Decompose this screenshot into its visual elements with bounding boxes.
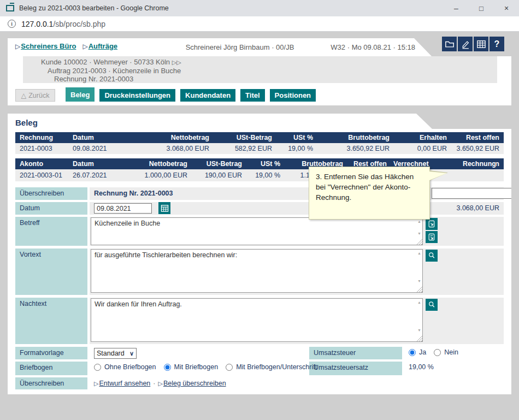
chevron-down-icon: ∨ [126, 350, 134, 357]
field-label: Umsatzsteuer [309, 347, 402, 359]
scroll-up-icon[interactable]: ▲ [417, 251, 421, 255]
ueberschreiben-dropdown[interactable]: ∨ [432, 188, 519, 199]
akonto-table-header: Akonto Datum Nettobetrag USt-Betrag USt … [15, 158, 504, 169]
tab-kundendaten[interactable]: Kundendaten [180, 89, 235, 102]
vortext-textarea-wrap: für ausgeführte Tischlerarbeiten berechn… [91, 249, 423, 293]
scroll-up-icon[interactable]: ▲ [417, 220, 421, 223]
nachtext-textarea[interactable]: Wir danken für Ihren Auftrag. [91, 298, 423, 342]
nav-link-auftraege[interactable]: Aufträge [89, 42, 117, 50]
calendar-icon[interactable] [158, 202, 170, 214]
window-title: Beleg zu 2021-0003 bearbeiten - Google C… [19, 4, 169, 12]
field-label: Datum [15, 202, 87, 215]
link-triangle-icon: ▷ [94, 380, 98, 387]
company-name: Schreinerei Jörg Birnbaum · 00/JB [150, 43, 330, 51]
back-triangle-icon: △ [21, 91, 27, 99]
datum-input[interactable] [94, 203, 152, 214]
ueberschreiben-value: Rechnung Nr. 2021-0003 [94, 190, 173, 197]
field-label: Briefbogen [15, 362, 87, 375]
field-control: ▷Entwurf ansehen·▷Beleg überschreiben [90, 377, 504, 389]
tab-bar: Beleg Druckeinstellungen Kundendaten Tit… [66, 87, 316, 102]
umsatzsteuer-radios: Ja Nein [404, 347, 504, 359]
breadcrumb: Kunde 100002 · Wehmeyer · 50733 Köln ▷▷ … [23, 56, 497, 83]
field-control: Standard ∨ [90, 347, 305, 359]
breadcrumb-line-auftrag: Auftrag 2021-0003 · Küchenzeile in Buche [23, 67, 497, 75]
window-controls: – □ × [444, 0, 519, 16]
field-label: Überschreiben [15, 187, 87, 200]
beleg-ueberschreiben-link[interactable]: Beleg überschreiben [163, 380, 226, 387]
close-button[interactable]: × [494, 0, 519, 16]
formatvorlage-select[interactable]: Standard ∨ [94, 348, 137, 359]
header-panel: ▷Schreiners Büro▷Aufträge Schreinerei Jö… [8, 38, 511, 105]
umsatzsteuer-ja-radio[interactable] [409, 349, 416, 356]
textblock-save-icon[interactable] [426, 231, 438, 243]
search-textblock-icon[interactable] [426, 250, 438, 262]
field-label: Betreff [15, 217, 87, 246]
url-bar[interactable]: i 127.0.0.1/sb/proc/sb.php [0, 16, 519, 32]
app-favicon-window-icon [6, 5, 14, 11]
browser-window: { "window": { "title": "Beleg zu 2021-00… [0, 0, 519, 420]
page-background: ▷Schreiners Büro▷Aufträge Schreinerei Jö… [0, 32, 519, 420]
window-titlebar: Beleg zu 2021-0003 bearbeiten - Google C… [0, 0, 519, 16]
url-path: /sb/proc/sb.php [53, 20, 105, 28]
invoice-table-row: 2021-0003 09.08.2021 3.068,00 EUR 582,92… [15, 143, 504, 154]
netto-summe: 3.068,00 EUR [456, 204, 499, 212]
scroll-up-icon[interactable]: ▲ [417, 300, 421, 304]
scroll-down-icon[interactable]: ▼ [417, 279, 421, 283]
field-control: für ausgeführte Tischlerarbeiten berechn… [90, 249, 504, 295]
invoice-table: Rechnung Datum Nettobetrag USt-Betrag US… [15, 132, 504, 154]
entwurf-ansehen-link[interactable]: Entwurf ansehen [99, 380, 150, 387]
page-info-icon[interactable]: i [8, 20, 16, 28]
field-label: Formatvorlage [15, 347, 87, 359]
scroll-down-icon[interactable]: ▼ [417, 328, 421, 332]
verrechnen-cell [496, 172, 504, 179]
field-label: Umsatzsteuersatz [309, 362, 402, 375]
search-textblock-icon[interactable] [426, 299, 438, 311]
vortext-textarea[interactable]: für ausgeführte Tischlerarbeiten berechn… [91, 249, 423, 293]
umsatzsteuer-nein-radio[interactable] [434, 349, 441, 356]
nav-triangle-icon: ▷ [15, 43, 20, 50]
field-label: Überschreiben [15, 377, 87, 389]
nachtext-textarea-wrap: Wir danken für Ihren Auftrag. ▲ ▼ [91, 298, 423, 342]
briefbogen-ohne-radio[interactable] [94, 364, 101, 371]
date-time: W32 · Mo 09.08.21 · 15:18 [331, 43, 415, 51]
form-row-formatvorlage: Formatvorlage Standard ∨ Umsatzsteuer Ja… [15, 347, 504, 359]
breadcrumb-line-rechnung: Rechnung Nr. 2021-0003 [23, 75, 497, 83]
tab-druckeinstellungen[interactable]: Druckeinstellungen [99, 89, 175, 102]
edit-icon[interactable] [458, 37, 473, 51]
scroll-down-icon[interactable]: ▼ [417, 232, 421, 235]
field-label: Nachtext [15, 298, 87, 344]
briefbogen-radios: Ohne Briefbogen Mit Briefbogen Mit Brief… [94, 363, 322, 371]
field-control: Küchenzeile in Buche ▲ ▼ [90, 217, 504, 246]
field-control: Rechnung Nr. 2021-0003 ∨ [90, 187, 504, 200]
field-control: Ohne Briefbogen Mit Briefbogen Mit Brief… [90, 362, 305, 375]
link-triangle-icon: ▷ [158, 380, 162, 387]
field-control: Wir danken für Ihren Auftrag. ▲ ▼ [90, 298, 504, 344]
breadcrumb-line-kunde[interactable]: Kunde 100002 · Wehmeyer · 50733 Köln ▷▷ [23, 58, 497, 67]
minimize-button[interactable]: – [444, 0, 469, 16]
tab-positionen[interactable]: Positionen [270, 89, 316, 102]
top-navigation: ▷Schreiners Büro▷Aufträge [15, 42, 124, 50]
invoice-table-header: Rechnung Datum Nettobetrag USt-Betrag US… [15, 132, 504, 143]
form-row-nachtext: Nachtext Wir danken für Ihren Auftrag. ▲… [15, 298, 504, 344]
tab-titel[interactable]: Titel [240, 89, 265, 102]
folder-icon[interactable] [442, 37, 457, 51]
betreff-textarea[interactable]: Küchenzeile in Buche [91, 217, 423, 245]
form-row-ueberschreiben: Überschreiben Rechnung Nr. 2021-0003 ∨ [15, 187, 504, 200]
help-icon[interactable]: ? [489, 37, 504, 51]
maximize-button[interactable]: □ [469, 0, 494, 16]
form-row-datum: Datum 3.068,00 EUR [15, 202, 504, 215]
beleg-panel: Beleg Rechnung Datum Nettobetrag USt-Bet… [8, 114, 511, 394]
form-row-betreff: Betreff Küchenzeile in Buche ▲ ▼ [15, 217, 504, 246]
url-text[interactable]: 127.0.0.1/sb/proc/sb.php [21, 20, 105, 28]
header-icon-buttons: ? [442, 37, 504, 51]
table-icon[interactable] [474, 37, 488, 51]
briefbogen-mit-radio[interactable] [164, 364, 171, 371]
back-button[interactable]: △ Zurück [15, 89, 55, 102]
nav-link-schreiners-buero[interactable]: Schreiners Büro [21, 42, 76, 50]
field-label: Vortext [15, 249, 87, 295]
nav-triangle-icon: ▷ [82, 43, 87, 50]
expand-icon[interactable]: ▷▷ [172, 59, 181, 66]
tab-beleg[interactable]: Beleg [66, 87, 95, 102]
briefbogen-unterschrift-radio[interactable] [226, 364, 233, 371]
textblock-insert-icon[interactable] [426, 218, 438, 230]
